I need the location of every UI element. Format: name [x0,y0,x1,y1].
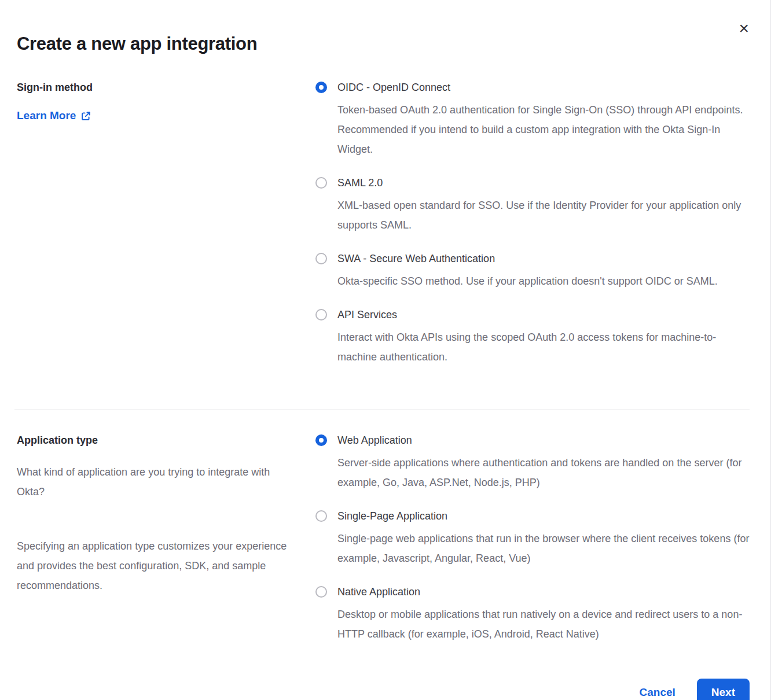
option-oidc-description: Token-based OAuth 2.0 authentication for… [337,100,750,159]
close-icon[interactable]: × [739,20,749,37]
signin-method-options: OIDC - OpenID Connect Token-based OAuth … [315,80,750,367]
option-saml-description: XML-based open standard for SSO. Use if … [337,196,750,235]
learn-more-link[interactable]: Learn More [17,109,91,122]
option-native-application[interactable]: Native Application Desktop or mobile app… [315,585,750,644]
radio-native-application[interactable] [315,586,327,598]
option-api-services-label[interactable]: API Services [337,308,750,322]
option-api-services[interactable]: API Services Interact with Okta APIs usi… [315,308,750,367]
application-type-options: Web Application Server-side applications… [315,433,750,644]
radio-saml[interactable] [315,177,327,189]
application-type-left-column: Application type What kind of applicatio… [17,433,315,644]
option-oidc-label[interactable]: OIDC - OpenID Connect [337,80,750,94]
option-swa[interactable]: SWA - Secure Web Authentication Okta-spe… [315,252,750,291]
cancel-button[interactable]: Cancel [640,686,675,699]
radio-oidc[interactable] [315,82,327,93]
application-type-section: Application type What kind of applicatio… [17,433,750,644]
modal-footer: Cancel Next [17,679,750,700]
option-swa-label[interactable]: SWA - Secure Web Authentication [337,252,718,266]
application-type-label: Application type [17,433,315,447]
option-oidc[interactable]: OIDC - OpenID Connect Token-based OAuth … [315,80,750,159]
option-native-application-description: Desktop or mobile applications that run … [337,605,750,644]
radio-web-application[interactable] [315,434,327,446]
signin-method-section: Sign-in method Learn More OIDC - OpenID … [17,80,750,367]
application-type-note: Specifying an application type customize… [17,536,290,595]
signin-method-label: Sign-in method [17,80,315,94]
option-single-page-application-label[interactable]: Single-Page Application [337,509,750,523]
option-web-application-label[interactable]: Web Application [337,433,750,447]
signin-method-left-column: Sign-in method Learn More [17,80,315,367]
radio-api-services[interactable] [315,309,327,320]
create-app-integration-modal: × Create a new app integration Sign-in m… [0,0,770,700]
section-divider [14,410,750,410]
option-web-application[interactable]: Web Application Server-side applications… [315,433,750,492]
option-single-page-application[interactable]: Single-Page Application Single-page web … [315,509,750,568]
application-type-question: What kind of application are you trying … [17,462,290,502]
option-web-application-description: Server-side applications where authentic… [337,453,750,492]
page-title: Create a new app integration [17,0,750,54]
option-swa-description: Okta-specific SSO method. Use if your ap… [337,271,718,291]
radio-single-page-application[interactable] [315,510,327,522]
radio-swa[interactable] [315,253,327,264]
next-button[interactable]: Next [697,679,750,700]
external-link-icon [81,111,91,121]
option-saml[interactable]: SAML 2.0 XML-based open standard for SSO… [315,176,750,235]
option-single-page-application-description: Single-page web applications that run in… [337,529,750,568]
option-saml-label[interactable]: SAML 2.0 [337,176,750,190]
option-api-services-description: Interact with Okta APIs using the scoped… [337,327,750,367]
option-native-application-label[interactable]: Native Application [337,585,750,599]
learn-more-label: Learn More [17,109,76,122]
